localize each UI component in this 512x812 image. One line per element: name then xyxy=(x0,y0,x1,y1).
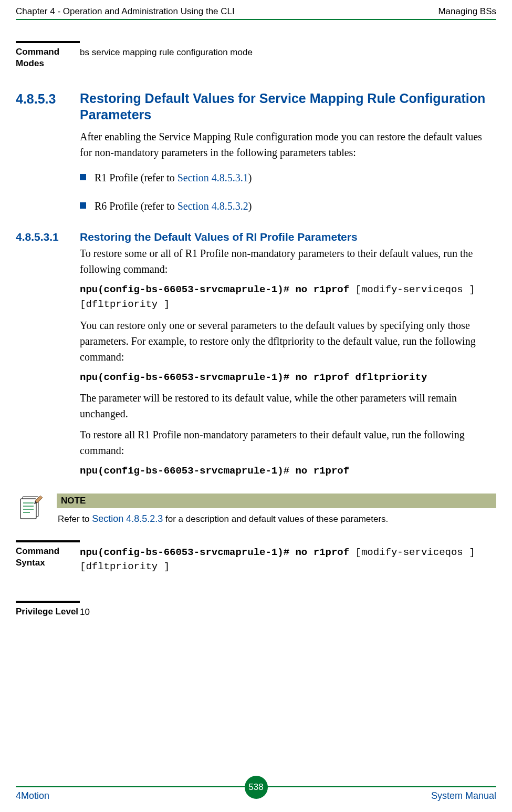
bullet-icon xyxy=(80,202,86,209)
privilege-level-label: Privilege Level xyxy=(16,601,80,619)
command-syntax-value: npu(config-bs-66053-srvcmaprule-1)# no r… xyxy=(80,540,496,574)
paragraph: You can restore only one or several para… xyxy=(80,317,496,365)
command-text: npu(config-bs-66053-srvcmaprule-1)# no r… xyxy=(80,370,496,385)
section-link[interactable]: Section 4.8.5.3.2 xyxy=(177,200,248,212)
paragraph: The parameter will be restored to its de… xyxy=(80,390,496,422)
section-intro: After enabling the Service Mapping Rule … xyxy=(80,129,496,160)
command-text: npu(config-bs-66053-srvcmaprule-1)# no r… xyxy=(80,464,496,479)
bullet-text: R6 Profile (refer to xyxy=(95,200,177,212)
bullet-icon xyxy=(80,174,86,180)
section-link[interactable]: Section 4.8.5.3.1 xyxy=(177,172,248,183)
privilege-level-value: 10 xyxy=(80,601,496,619)
footer-right: System Manual xyxy=(431,790,496,801)
section-number: 4.8.5.3 xyxy=(16,90,80,124)
header-right: Managing BSs xyxy=(438,6,496,17)
bullet-suffix: ) xyxy=(248,200,252,212)
note-box: NOTE Refer to Section 4.8.5.2.3 for a de… xyxy=(16,494,496,525)
note-heading: NOTE xyxy=(57,494,496,508)
page-number: 538 xyxy=(245,776,268,799)
section-title: Restoring Default Values for Service Map… xyxy=(80,90,496,124)
section-link[interactable]: Section 4.8.5.2.3 xyxy=(92,513,163,524)
list-item: R6 Profile (refer to Section 4.8.5.3.2) xyxy=(80,198,496,214)
footer-left: 4Motion xyxy=(16,790,49,801)
paragraph: To restore all R1 Profile non-mandatory … xyxy=(80,427,496,458)
bullet-suffix: ) xyxy=(248,172,252,183)
note-icon xyxy=(16,494,46,525)
page-header: Chapter 4 - Operation and Administration… xyxy=(16,0,496,20)
command-modes-value: bs service mapping rule configuration mo… xyxy=(80,41,496,69)
paragraph: To restore some or all of R1 Profile non… xyxy=(80,245,496,277)
bullet-text: R1 Profile (refer to xyxy=(95,172,177,183)
list-item: R1 Profile (refer to Section 4.8.5.3.1) xyxy=(80,170,496,186)
header-left: Chapter 4 - Operation and Administration… xyxy=(16,6,235,17)
page-footer: 4Motion 538 System Manual xyxy=(16,786,496,801)
command-text: npu(config-bs-66053-srvcmaprule-1)# no r… xyxy=(80,282,496,312)
command-syntax-label: Command Syntax xyxy=(16,540,80,574)
subsection-title: Restoring the Default Values of RI Profi… xyxy=(80,231,496,243)
note-text: Refer to Section 4.8.5.2.3 for a descrip… xyxy=(57,508,496,525)
command-modes-label: Command Modes xyxy=(16,41,80,69)
subsection-number: 4.8.5.3.1 xyxy=(16,231,80,243)
